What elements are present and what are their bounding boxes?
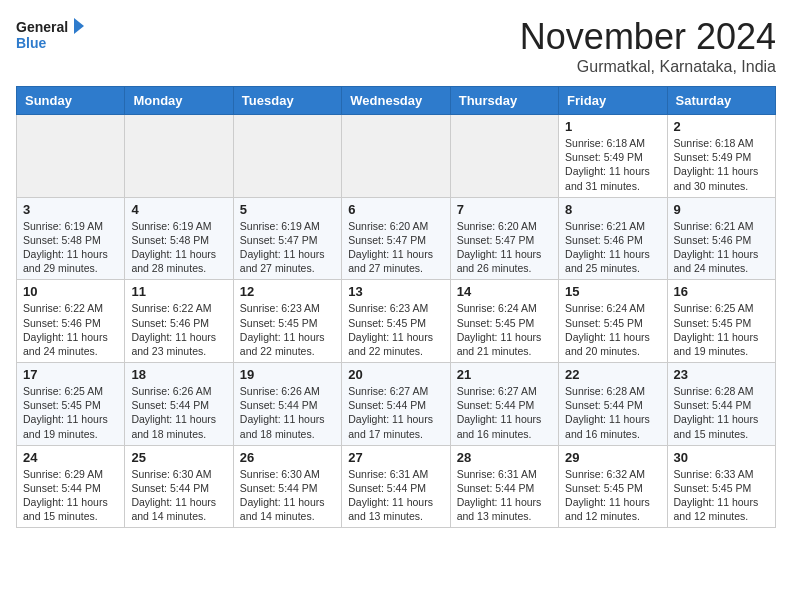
calendar-cell: 30Sunrise: 6:33 AM Sunset: 5:45 PM Dayli… xyxy=(667,445,775,528)
day-number: 6 xyxy=(348,202,443,217)
day-number: 13 xyxy=(348,284,443,299)
day-number: 19 xyxy=(240,367,335,382)
day-number: 30 xyxy=(674,450,769,465)
calendar-cell: 3Sunrise: 6:19 AM Sunset: 5:48 PM Daylig… xyxy=(17,197,125,280)
calendar-week-5: 24Sunrise: 6:29 AM Sunset: 5:44 PM Dayli… xyxy=(17,445,776,528)
day-info: Sunrise: 6:23 AM Sunset: 5:45 PM Dayligh… xyxy=(348,301,443,358)
day-number: 14 xyxy=(457,284,552,299)
day-number: 22 xyxy=(565,367,660,382)
svg-text:Blue: Blue xyxy=(16,35,47,51)
calendar-cell: 18Sunrise: 6:26 AM Sunset: 5:44 PM Dayli… xyxy=(125,363,233,446)
day-info: Sunrise: 6:31 AM Sunset: 5:44 PM Dayligh… xyxy=(457,467,552,524)
day-number: 26 xyxy=(240,450,335,465)
calendar-cell xyxy=(342,115,450,198)
weekday-saturday: Saturday xyxy=(667,87,775,115)
day-number: 1 xyxy=(565,119,660,134)
calendar-week-1: 1Sunrise: 6:18 AM Sunset: 5:49 PM Daylig… xyxy=(17,115,776,198)
weekday-friday: Friday xyxy=(559,87,667,115)
weekday-header-row: SundayMondayTuesdayWednesdayThursdayFrid… xyxy=(17,87,776,115)
weekday-monday: Monday xyxy=(125,87,233,115)
day-number: 4 xyxy=(131,202,226,217)
day-number: 16 xyxy=(674,284,769,299)
day-number: 25 xyxy=(131,450,226,465)
day-info: Sunrise: 6:23 AM Sunset: 5:45 PM Dayligh… xyxy=(240,301,335,358)
day-info: Sunrise: 6:18 AM Sunset: 5:49 PM Dayligh… xyxy=(674,136,769,193)
location: Gurmatkal, Karnataka, India xyxy=(520,58,776,76)
day-info: Sunrise: 6:32 AM Sunset: 5:45 PM Dayligh… xyxy=(565,467,660,524)
day-number: 3 xyxy=(23,202,118,217)
day-info: Sunrise: 6:27 AM Sunset: 5:44 PM Dayligh… xyxy=(348,384,443,441)
day-number: 29 xyxy=(565,450,660,465)
day-number: 8 xyxy=(565,202,660,217)
day-info: Sunrise: 6:19 AM Sunset: 5:47 PM Dayligh… xyxy=(240,219,335,276)
calendar-cell: 28Sunrise: 6:31 AM Sunset: 5:44 PM Dayli… xyxy=(450,445,558,528)
day-info: Sunrise: 6:24 AM Sunset: 5:45 PM Dayligh… xyxy=(565,301,660,358)
day-info: Sunrise: 6:26 AM Sunset: 5:44 PM Dayligh… xyxy=(240,384,335,441)
day-info: Sunrise: 6:22 AM Sunset: 5:46 PM Dayligh… xyxy=(23,301,118,358)
calendar-cell: 24Sunrise: 6:29 AM Sunset: 5:44 PM Dayli… xyxy=(17,445,125,528)
calendar-cell: 1Sunrise: 6:18 AM Sunset: 5:49 PM Daylig… xyxy=(559,115,667,198)
title-area: November 2024 Gurmatkal, Karnataka, Indi… xyxy=(520,16,776,76)
day-info: Sunrise: 6:27 AM Sunset: 5:44 PM Dayligh… xyxy=(457,384,552,441)
calendar-cell: 26Sunrise: 6:30 AM Sunset: 5:44 PM Dayli… xyxy=(233,445,341,528)
calendar-cell: 17Sunrise: 6:25 AM Sunset: 5:45 PM Dayli… xyxy=(17,363,125,446)
day-number: 7 xyxy=(457,202,552,217)
day-info: Sunrise: 6:26 AM Sunset: 5:44 PM Dayligh… xyxy=(131,384,226,441)
day-number: 17 xyxy=(23,367,118,382)
calendar-cell: 22Sunrise: 6:28 AM Sunset: 5:44 PM Dayli… xyxy=(559,363,667,446)
day-info: Sunrise: 6:21 AM Sunset: 5:46 PM Dayligh… xyxy=(674,219,769,276)
logo: General Blue xyxy=(16,16,86,60)
weekday-wednesday: Wednesday xyxy=(342,87,450,115)
calendar-cell xyxy=(233,115,341,198)
calendar-cell xyxy=(125,115,233,198)
svg-marker-2 xyxy=(74,18,84,34)
svg-text:General: General xyxy=(16,19,68,35)
weekday-tuesday: Tuesday xyxy=(233,87,341,115)
calendar-cell: 10Sunrise: 6:22 AM Sunset: 5:46 PM Dayli… xyxy=(17,280,125,363)
header: General Blue November 2024 Gurmatkal, Ka… xyxy=(16,16,776,76)
day-info: Sunrise: 6:33 AM Sunset: 5:45 PM Dayligh… xyxy=(674,467,769,524)
calendar-week-4: 17Sunrise: 6:25 AM Sunset: 5:45 PM Dayli… xyxy=(17,363,776,446)
calendar-week-2: 3Sunrise: 6:19 AM Sunset: 5:48 PM Daylig… xyxy=(17,197,776,280)
day-info: Sunrise: 6:18 AM Sunset: 5:49 PM Dayligh… xyxy=(565,136,660,193)
weekday-thursday: Thursday xyxy=(450,87,558,115)
calendar-cell: 8Sunrise: 6:21 AM Sunset: 5:46 PM Daylig… xyxy=(559,197,667,280)
day-info: Sunrise: 6:30 AM Sunset: 5:44 PM Dayligh… xyxy=(131,467,226,524)
calendar-cell: 13Sunrise: 6:23 AM Sunset: 5:45 PM Dayli… xyxy=(342,280,450,363)
day-info: Sunrise: 6:25 AM Sunset: 5:45 PM Dayligh… xyxy=(674,301,769,358)
calendar-cell: 6Sunrise: 6:20 AM Sunset: 5:47 PM Daylig… xyxy=(342,197,450,280)
calendar-cell: 12Sunrise: 6:23 AM Sunset: 5:45 PM Dayli… xyxy=(233,280,341,363)
day-info: Sunrise: 6:20 AM Sunset: 5:47 PM Dayligh… xyxy=(348,219,443,276)
logo-svg: General Blue xyxy=(16,16,86,60)
day-number: 11 xyxy=(131,284,226,299)
calendar-cell: 16Sunrise: 6:25 AM Sunset: 5:45 PM Dayli… xyxy=(667,280,775,363)
day-info: Sunrise: 6:25 AM Sunset: 5:45 PM Dayligh… xyxy=(23,384,118,441)
day-number: 10 xyxy=(23,284,118,299)
calendar-cell: 5Sunrise: 6:19 AM Sunset: 5:47 PM Daylig… xyxy=(233,197,341,280)
day-info: Sunrise: 6:31 AM Sunset: 5:44 PM Dayligh… xyxy=(348,467,443,524)
calendar-cell: 2Sunrise: 6:18 AM Sunset: 5:49 PM Daylig… xyxy=(667,115,775,198)
day-number: 23 xyxy=(674,367,769,382)
day-number: 5 xyxy=(240,202,335,217)
calendar-cell: 19Sunrise: 6:26 AM Sunset: 5:44 PM Dayli… xyxy=(233,363,341,446)
calendar-cell: 27Sunrise: 6:31 AM Sunset: 5:44 PM Dayli… xyxy=(342,445,450,528)
calendar-cell: 11Sunrise: 6:22 AM Sunset: 5:46 PM Dayli… xyxy=(125,280,233,363)
calendar-cell xyxy=(17,115,125,198)
day-info: Sunrise: 6:29 AM Sunset: 5:44 PM Dayligh… xyxy=(23,467,118,524)
calendar-week-3: 10Sunrise: 6:22 AM Sunset: 5:46 PM Dayli… xyxy=(17,280,776,363)
month-title: November 2024 xyxy=(520,16,776,58)
day-number: 15 xyxy=(565,284,660,299)
day-number: 9 xyxy=(674,202,769,217)
calendar-cell xyxy=(450,115,558,198)
day-number: 21 xyxy=(457,367,552,382)
day-number: 12 xyxy=(240,284,335,299)
calendar-cell: 15Sunrise: 6:24 AM Sunset: 5:45 PM Dayli… xyxy=(559,280,667,363)
calendar-cell: 20Sunrise: 6:27 AM Sunset: 5:44 PM Dayli… xyxy=(342,363,450,446)
calendar-cell: 29Sunrise: 6:32 AM Sunset: 5:45 PM Dayli… xyxy=(559,445,667,528)
day-number: 24 xyxy=(23,450,118,465)
day-number: 2 xyxy=(674,119,769,134)
calendar-cell: 23Sunrise: 6:28 AM Sunset: 5:44 PM Dayli… xyxy=(667,363,775,446)
calendar-cell: 4Sunrise: 6:19 AM Sunset: 5:48 PM Daylig… xyxy=(125,197,233,280)
day-info: Sunrise: 6:20 AM Sunset: 5:47 PM Dayligh… xyxy=(457,219,552,276)
calendar-cell: 25Sunrise: 6:30 AM Sunset: 5:44 PM Dayli… xyxy=(125,445,233,528)
